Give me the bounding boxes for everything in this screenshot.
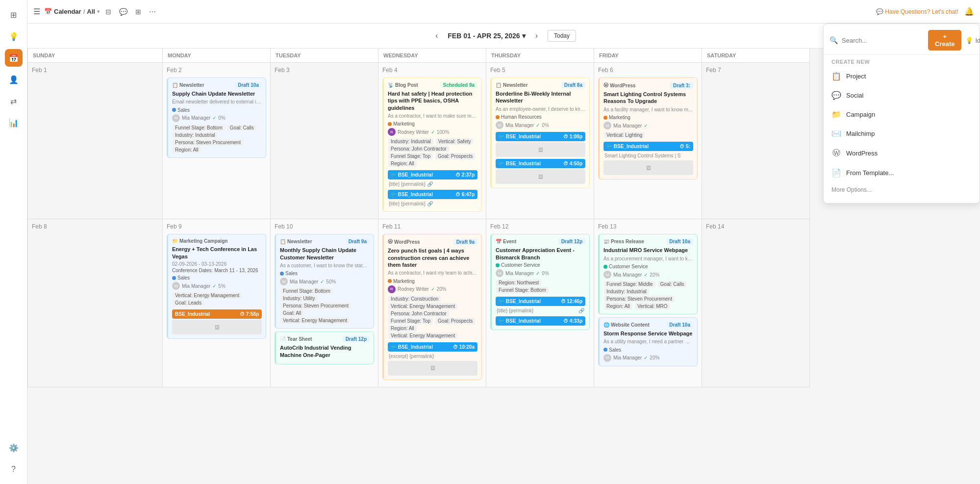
cell-feb11: Feb 11 Ⓦ WordPress Draft 9a Zero punch l…: [378, 219, 486, 387]
top-bar: ☰ 📅 Calendar / All ▾ ⊟ 💬 ⊞ ⋯ 💬 Have Ques…: [27, 0, 980, 24]
newsletter-icon: 📋: [172, 82, 178, 88]
card-social-bottom[interactable]: 🐦 BSE_Industrial ⏱ 10:20a: [388, 342, 477, 352]
create-button[interactable]: + Create: [928, 30, 961, 51]
card-industrial-mro[interactable]: 📰 Press Release Draft 10a Industrial MRO…: [598, 234, 698, 314]
newsletter-icon: 📋: [280, 239, 286, 244]
card-tag: Sales: [172, 275, 190, 280]
sidebar-icon-home[interactable]: ⊞: [5, 6, 23, 24]
card-title: Monthly Supply Chain Update Customer New…: [280, 247, 370, 261]
mailchimp-label: Mailchimp: [846, 130, 875, 137]
card-tag: Sales: [172, 107, 190, 113]
grid-icon[interactable]: ⊞: [133, 6, 143, 18]
card-social-bottom-1[interactable]: 🐦 BSE_Industrial ⏱ 12:46p: [496, 297, 585, 306]
card-image-placeholder: 🖼: [496, 142, 585, 157]
help-link[interactable]: 💬 Have Questions? Let's chat!: [876, 8, 958, 15]
day-num-feb12: Feb 12: [490, 223, 590, 230]
create-wordpress-item[interactable]: Ⓦ WordPress: [824, 143, 980, 163]
today-button[interactable]: Today: [548, 30, 576, 42]
card-avatar: M: [496, 269, 503, 277]
card-desc: Email newsletter delivered to external i…: [172, 99, 262, 105]
sidebar-icon-bulb[interactable]: 💡: [5, 27, 23, 45]
card-biweekly-newsletter[interactable]: 📋 Newsletter Draft 8a Borderline Bi-Week…: [490, 77, 590, 188]
card-customer-appreciation[interactable]: 📅 Event Draft 12p Customer Appreciation …: [490, 234, 590, 330]
breadcrumb-main[interactable]: Calendar: [54, 8, 81, 15]
website-icon: 🌐: [603, 322, 609, 328]
create-from-template-item[interactable]: 📄 From Template...: [824, 163, 980, 182]
card-social-bottom-2[interactable]: 🐦 BSE_Industrial ⏱ 4:50p: [496, 159, 585, 168]
newsletter-icon: 📋: [496, 82, 502, 88]
card-title: Customer Appreciation Event - Bismarck B…: [496, 247, 585, 261]
tag-dot: [603, 265, 607, 269]
card-zero-punchlist[interactable]: Ⓦ WordPress Draft 9a Zero punch list goa…: [382, 234, 482, 380]
prev-button[interactable]: ‹: [431, 29, 442, 42]
next-button[interactable]: ›: [531, 29, 542, 42]
card-title: Smart Lighting Control Systems Reasons T…: [603, 91, 693, 105]
tag-dot: [172, 276, 176, 280]
card-title: Energy + Tech Conference in Las Vegas: [172, 246, 262, 260]
comment-icon[interactable]: 💬: [117, 6, 129, 18]
search-input[interactable]: [842, 37, 924, 44]
create-social-item[interactable]: 💬 Social: [824, 86, 980, 105]
card-desc: As an employee-owner, I deserve to kno..…: [496, 106, 585, 112]
sidebar-icon-chart[interactable]: 📊: [5, 114, 23, 131]
cell-feb12: Feb 12 📅 Event Draft 12p Customer Apprec…: [486, 219, 594, 387]
day-num-feb14: Feb 14: [706, 223, 805, 230]
breadcrumb: 📅 Calendar / All ▾: [44, 8, 100, 15]
card-storm-response[interactable]: 🌐 Website Content Draft 10a Storm Respon…: [598, 317, 698, 366]
cell-feb7: Feb 7: [702, 63, 810, 219]
left-sidebar: ⊞ 💡 📅 👤 ⇄ 📊 ⚙️ ?: [0, 0, 27, 484]
dropdown-search-row: 🔍 + Create 💡 Ideas ›: [824, 30, 980, 55]
more-icon[interactable]: ⋯: [147, 6, 158, 18]
card-type: 📋 Newsletter: [496, 82, 528, 88]
hamburger-icon[interactable]: ☰: [33, 7, 40, 16]
card-smart-lighting[interactable]: Ⓦ WordPress Draft 3: Smart Lighting Cont…: [598, 77, 698, 179]
day-num-feb9: Feb 9: [167, 223, 266, 230]
mailchimp-icon: ✉️: [831, 129, 841, 138]
sidebar-icon-calendar[interactable]: 📅: [5, 49, 23, 67]
wordpress-icon: Ⓦ: [388, 238, 393, 245]
date-range-text: FEB 01 - APR 25, 2026: [448, 32, 520, 40]
card-tag: Marketing: [603, 115, 630, 120]
card-social-bottom-2[interactable]: 🐦 BSE_Industrial ⏱ 4:33p: [496, 316, 585, 326]
tag-dot: [172, 108, 176, 112]
filter-icon[interactable]: ⊟: [103, 6, 113, 18]
card-conf-dates: Conference Dates: March 11 - 13, 2026: [172, 268, 262, 273]
tag-dot: [496, 263, 500, 267]
cell-feb1: Feb 1: [28, 63, 163, 219]
cell-feb14: Feb 14: [702, 219, 810, 387]
create-mailchimp-item[interactable]: ✉️ Mailchimp: [824, 124, 980, 143]
card-desc: As a contractor, I want to make sure my …: [388, 113, 477, 119]
ideas-button[interactable]: 💡 Ideas ›: [965, 37, 980, 44]
wordpress-label: WordPress: [846, 150, 878, 157]
bell-icon[interactable]: 🔔: [964, 7, 974, 16]
card-energy-conference[interactable]: 📁 Marketing Campaign Energy + Tech Confe…: [167, 234, 266, 339]
more-options-link[interactable]: More Options...: [824, 182, 980, 197]
project-label: Project: [846, 73, 866, 80]
card-tag: Marketing: [388, 279, 415, 284]
card-monthly-supply-chain[interactable]: 📋 Newsletter Draft 9a Monthly Supply Cha…: [275, 234, 374, 329]
social-icon: 💬: [831, 91, 841, 100]
card-social-bottom-1[interactable]: 🐦 BSE_Industrial ⏱ 2:37p: [388, 170, 477, 179]
card-autocrib-tearsheet[interactable]: 📄 Tear Sheet Draft 12p AutoCrib Industri…: [275, 331, 374, 364]
card-social-content-2: {title} {permalink} 🔗: [388, 200, 477, 207]
card-meta: R Rodney Writer ✓ 100%: [388, 128, 477, 136]
create-campaign-item[interactable]: 📁 Campaign: [824, 105, 980, 124]
sidebar-icon-help[interactable]: ?: [5, 460, 23, 478]
sidebar-icon-person[interactable]: 👤: [5, 71, 23, 88]
sidebar-icon-settings[interactable]: ⚙️: [5, 439, 23, 457]
card-filters: Industry: Industrial Vertical: Safety Pe…: [388, 138, 477, 167]
sidebar-icon-connections[interactable]: ⇄: [5, 92, 23, 110]
card-filters: Funnel Stage: Bottom Goal: Calls Industr…: [172, 124, 262, 153]
date-range-title[interactable]: FEB 01 - APR 25, 2026 ▾: [448, 32, 525, 40]
card-social-bottom-1[interactable]: 🐦 BSE_Industrial ⏱ 5:: [603, 142, 693, 151]
card-social-bottom[interactable]: BSE_Industrial ⏱ 7:58p: [172, 309, 262, 319]
card-blog-post-hardhat[interactable]: 📡 Blog Post Scheduled 9a Hard hat safety…: [382, 77, 482, 212]
create-project-item[interactable]: 📋 Project: [824, 67, 980, 86]
card-supply-chain-newsletter[interactable]: 📋 Newsletter Draft 10a Supply Chain Upda…: [167, 77, 266, 158]
card-social-bottom-1[interactable]: 🐦 BSE_Industrial ⏱ 1:08p: [496, 132, 585, 141]
breadcrumb-sub[interactable]: All: [87, 8, 95, 15]
breadcrumb-chevron[interactable]: ▾: [97, 9, 100, 14]
cell-feb8: Feb 8: [28, 219, 163, 387]
card-tag: Sales: [280, 271, 298, 276]
card-social-bottom-2[interactable]: 🐦 BSE_Industrial ⏱ 6:47p: [388, 190, 477, 199]
